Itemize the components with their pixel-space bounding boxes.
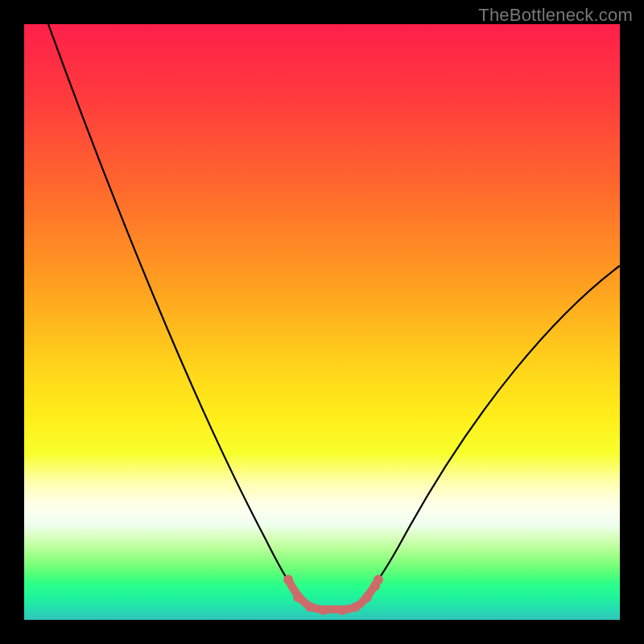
curve-svg: [24, 24, 620, 620]
highlight-dot: [337, 605, 347, 615]
plot-area: [24, 24, 620, 620]
chart-frame: TheBottleneck.com: [0, 0, 644, 644]
curve-main: [48, 24, 620, 608]
highlight-dot: [293, 592, 303, 602]
highlight-dot: [351, 602, 361, 612]
highlight-dot: [319, 605, 328, 615]
highlight-dot: [283, 575, 293, 584]
highlight-dot: [305, 602, 315, 612]
highlight-dot: [374, 575, 383, 584]
watermark-text: TheBottleneck.com: [478, 5, 633, 26]
highlight-dot: [362, 592, 372, 602]
